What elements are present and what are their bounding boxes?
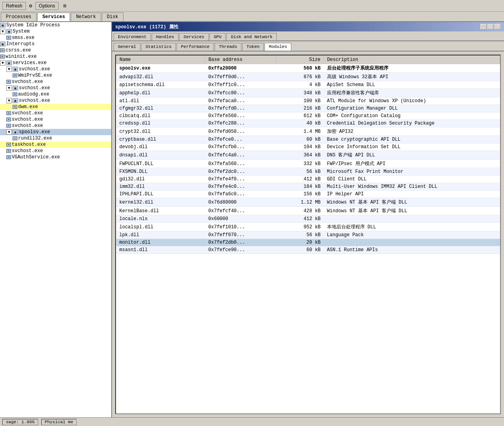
options-button[interactable]: Options [35, 2, 59, 10]
list-item[interactable]: ▼ ▣ spoolsv.exe [0, 129, 111, 135]
col-header-size[interactable]: Size [276, 56, 324, 64]
list-item[interactable]: ▪ dwm.exe [0, 104, 111, 110]
list-item[interactable]: ▪ audiodg.exe [0, 91, 111, 97]
tab-performance[interactable]: Performance [177, 43, 214, 51]
cell-desc [324, 215, 500, 223]
tab-threads[interactable]: Threads [215, 43, 241, 51]
table-row[interactable]: monitor.dll0x7fef2db0...20 kB [116, 239, 500, 246]
table-row[interactable]: crypt32.dll0x7fefd050...1.4 MB加密 API32 [116, 127, 500, 136]
list-item[interactable]: ▣ Interrupts [0, 41, 111, 47]
table-row[interactable]: atl.dll0x7fefaca0...100 kBATL Module for… [116, 97, 500, 105]
cell-name: advapi32.dll [116, 73, 205, 81]
dialog-content: Name Base address Size Description spool… [112, 51, 504, 417]
list-item[interactable]: ▼ ▣ svchost.exe [0, 66, 111, 72]
cell-base: 0x7feff070... [205, 231, 276, 239]
list-item[interactable]: ▼ ▣ services.exe [0, 60, 111, 66]
list-item[interactable]: ▪ svchost.exe [0, 116, 111, 123]
tab-services[interactable]: Services [37, 13, 70, 21]
list-item[interactable]: ▣ System Idle Process [0, 22, 111, 28]
cell-desc: 后台处理程序子系统应用程序 [324, 64, 500, 73]
table-row[interactable]: imm32.dll0x7fefe4c0...184 kBMulti-User W… [116, 183, 500, 191]
cell-name: cfgmgr32.dll [116, 105, 205, 112]
cell-size: 332 kB [276, 160, 324, 168]
expand-icon[interactable]: ▼ [6, 66, 12, 72]
cell-base: 0x7fefcfd0... [205, 105, 276, 112]
proc-icon: ▪ [0, 55, 5, 59]
table-row[interactable]: spoolsv.exe0xffa20000560 kB后台处理程序子系统应用程序 [116, 64, 500, 73]
table-row[interactable]: IPHLPAPI.DLL0x7fefa6c0...156 kBIP Helper… [116, 191, 500, 198]
proc-icon: ▣ [13, 98, 18, 103]
cell-name: KernelBase.dll [116, 207, 205, 215]
table-row[interactable]: msasn1.dll0x7fefce90...60 kBASN.1 Runtim… [116, 246, 500, 254]
expand-icon[interactable]: ▼ [0, 60, 6, 66]
tab-handles[interactable]: Handles [152, 33, 178, 40]
proc-label: rundll32.exe [18, 136, 52, 141]
cell-base: 0x7fefce90... [205, 246, 276, 254]
table-row[interactable]: credssp.dll0x7fefc280...40 kBCredential … [116, 120, 500, 127]
proc-label: System Idle Process [6, 22, 60, 28]
list-item[interactable]: ▪ svchost.exe [0, 110, 111, 116]
list-item[interactable]: ▪ taskhost.exe [0, 141, 111, 148]
tab-services[interactable]: Services [179, 33, 209, 40]
tab-disk-network[interactable]: Disk and Network [226, 33, 277, 40]
table-row[interactable]: advapi32.dll0x7feff0d0...876 kB高级 Window… [116, 73, 500, 81]
tab-environment[interactable]: Environment [114, 33, 151, 40]
tab-processes[interactable]: Processes [1, 13, 37, 21]
table-row[interactable]: clbcatq.dll0x7fefe560...612 kBCOM+ Confi… [116, 112, 500, 120]
cell-base: 0x7fefa6c0... [205, 191, 276, 198]
cell-name: dnsapi.dll [116, 151, 205, 160]
list-item[interactable]: ▪ svchost.exe [0, 79, 111, 85]
tab-statistics[interactable]: Statistics [141, 43, 176, 51]
table-row[interactable]: cryptbase.dll0x7fefce0...60 kBBase crypt… [116, 136, 500, 143]
list-item[interactable]: ▪ svchost.exe [0, 148, 111, 154]
table-row[interactable]: localspl.dll0x7fef1010...952 kB本地后台处理程序 … [116, 223, 500, 231]
col-header-desc[interactable]: Description [324, 56, 500, 64]
table-row[interactable]: FXSMON.DLL0x7fef2dc0...56 kBMicrosoft Fa… [116, 168, 500, 176]
table-row[interactable]: FWPUCLNT.DLL0x7fefa560...332 kBFWP/IPsec… [116, 160, 500, 168]
expand-icon[interactable]: ▼ [0, 29, 6, 34]
table-row[interactable]: KernelBase.dll0x7fefcf40...428 kBWindows… [116, 207, 500, 215]
table-row[interactable]: locale.nls0x60000412 kB [116, 215, 500, 223]
tab-gpu[interactable]: GPU [210, 33, 226, 40]
expand-icon[interactable]: ▼ [6, 129, 12, 135]
list-item[interactable]: ▪ WmiPrvSE.exe [0, 72, 111, 79]
table-row[interactable]: lpk.dll0x7feff070...56 kBLanguage Pack [116, 231, 500, 239]
list-item[interactable]: ▪ VGAuthService.exe [0, 154, 111, 160]
tab-general[interactable]: General [114, 43, 140, 51]
col-header-base[interactable]: Base address [205, 56, 276, 64]
table-row[interactable]: apisetschema.dll0x7feff1c0...4 kBApiSet … [116, 81, 500, 89]
list-item[interactable]: ▪ csrss.exe [0, 47, 111, 53]
table-row[interactable]: dnsapi.dll0x7fefc4a0...364 kBDNS 客户端 API… [116, 151, 500, 160]
table-row[interactable]: gdi32.dll0x7fefe4f0...412 kBGDI Client D… [116, 176, 500, 183]
list-item[interactable]: ▼ ▣ svchost.exe [0, 97, 111, 104]
list-item[interactable]: ▫ rundll32.exe [0, 135, 111, 141]
tab-modules[interactable]: Modules [265, 43, 291, 51]
maximize-button[interactable]: □ [487, 24, 494, 29]
modules-table-container[interactable]: Name Base address Size Description spool… [115, 55, 501, 414]
cell-name: devobj.dll [116, 143, 205, 151]
minimize-button[interactable]: _ [480, 24, 487, 29]
main-area: ▣ System Idle Process ▼ ▣ System ▪ smss.… [0, 22, 504, 417]
list-item[interactable]: ▪ svchost.exe [0, 123, 111, 129]
table-row[interactable]: cfgmgr32.dll0x7fefcfd0...216 kBConfigura… [116, 105, 500, 112]
list-item[interactable]: ▪ smss.exe [0, 35, 111, 41]
expand-icon[interactable]: ▼ [6, 98, 12, 103]
list-item[interactable]: ▼ ▣ svchost.exe [0, 85, 111, 91]
list-item[interactable]: ▼ ▣ System [0, 28, 111, 35]
cell-name: clbcatq.dll [116, 112, 205, 120]
proc-label: svchost.exe [12, 110, 43, 116]
cell-desc: Language Pack [324, 231, 500, 239]
list-item[interactable]: ▪ wininit.exe [0, 53, 111, 60]
tab-network[interactable]: Network [71, 13, 101, 21]
table-row[interactable]: kernel32.dll0x76d800001.12 MBWindows NT … [116, 198, 500, 207]
table-row[interactable]: apphelp.dll0x7fefcc80...348 kB应用程序兼容性客户端… [116, 89, 500, 97]
expand-icon[interactable]: ▼ [6, 85, 12, 91]
table-row[interactable]: devobj.dll0x7fefcfb0...104 kBDevice Info… [116, 143, 500, 151]
refresh-button[interactable]: Refresh [2, 2, 26, 10]
close-button[interactable]: ✕ [495, 24, 501, 29]
tab-token[interactable]: Token [242, 43, 264, 51]
col-header-name[interactable]: Name [116, 56, 205, 64]
cpu-label: sage: 1.96% [6, 420, 35, 424]
proc-icon: ▣ [13, 67, 18, 72]
tab-disk[interactable]: Disk [102, 13, 123, 21]
